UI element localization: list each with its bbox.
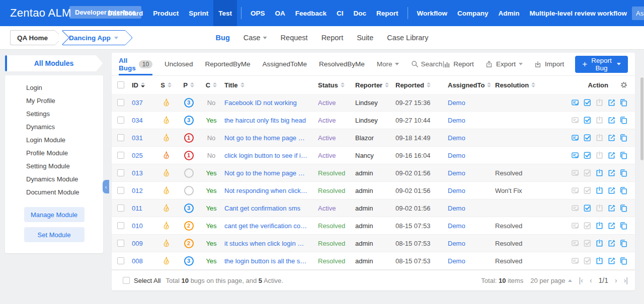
bug-id-link[interactable]: 012 (132, 187, 143, 194)
resolve-bug-icon[interactable] (583, 151, 592, 160)
bug-id-link[interactable]: 009 (132, 240, 143, 247)
close-bug-icon[interactable] (595, 186, 604, 195)
row-checkbox[interactable] (117, 187, 124, 194)
nav-item-workflow[interactable]: Workflow (412, 0, 453, 26)
prev-page-button[interactable]: ‹ (590, 276, 592, 284)
bug-id-link[interactable]: 037 (132, 99, 143, 107)
copy-bug-icon[interactable] (619, 151, 628, 160)
scrollbar[interactable] (640, 76, 644, 304)
nav-item-doc[interactable]: Doc (348, 0, 371, 26)
assignedto-link[interactable]: Demo (448, 187, 465, 194)
select-all-label[interactable]: Select All (134, 277, 160, 284)
resolve-bug-icon[interactable] (583, 134, 592, 142)
filter-tab-assignedtome[interactable]: AssignedToMe (262, 53, 307, 75)
bug-id-link[interactable]: 008 (132, 257, 143, 265)
nav-item-product[interactable]: Product (148, 0, 184, 26)
row-checkbox[interactable] (117, 205, 124, 212)
copy-bug-icon[interactable] (619, 186, 628, 195)
nav-item-ci[interactable]: CI (332, 0, 349, 26)
resolve-bug-icon[interactable] (583, 204, 592, 213)
assignedto-link[interactable]: Demo (448, 257, 465, 265)
copy-bug-icon[interactable] (619, 204, 628, 213)
edit-bug-icon[interactable] (607, 151, 616, 160)
bug-title-link[interactable]: Not responding when click… (224, 187, 307, 194)
sidebar-item-my-profile[interactable]: My Profile (5, 94, 103, 108)
sidebar-item-dynamics-module[interactable]: Dynamics Module (5, 173, 103, 186)
assignedto-link[interactable]: Demo (448, 117, 465, 124)
nav-item-multiple-level-review-workflow[interactable]: Multiple-level review workflow (525, 0, 632, 26)
subnav-tab-case-library[interactable]: Case Library (387, 34, 428, 42)
edit-bug-icon[interactable] (607, 116, 616, 125)
close-bug-icon[interactable] (595, 257, 604, 265)
bug-id-link[interactable]: 013 (132, 169, 143, 177)
sidebar-item-document-module[interactable]: Document Module (5, 186, 103, 199)
bug-title-link[interactable]: it stucks when click login … (224, 240, 304, 247)
copy-bug-icon[interactable] (619, 169, 628, 177)
assignedto-link[interactable]: Demo (448, 134, 465, 142)
select-all-checkbox[interactable] (123, 277, 130, 284)
subnav-tab-bug[interactable]: Bug (216, 34, 230, 42)
column-header-reporter[interactable]: Reporter (353, 81, 393, 89)
assignedto-link[interactable]: Demo (448, 99, 465, 107)
bug-title-link[interactable]: cant get the verification co… (224, 222, 307, 230)
sidebar-item-setting-module[interactable]: Setting Module (5, 160, 103, 173)
per-page-selector[interactable]: 20 per page (530, 277, 572, 284)
copy-bug-icon[interactable] (619, 257, 628, 265)
nav-item-feedback[interactable]: Feedback (290, 0, 332, 26)
set-module-button[interactable]: Set Module (24, 227, 85, 242)
select-all-checkbox-header[interactable] (117, 81, 124, 88)
subnav-tab-request[interactable]: Request (281, 34, 308, 42)
edit-bug-icon[interactable] (607, 169, 616, 177)
assignedto-link[interactable]: Demo (448, 169, 465, 177)
filter-tab-reportedbyme[interactable]: ReportedByMe (205, 53, 250, 75)
copy-bug-icon[interactable] (619, 222, 628, 230)
confirm-bug-icon[interactable] (571, 98, 580, 107)
bug-id-link[interactable]: 034 (132, 117, 143, 124)
confirm-bug-icon[interactable] (571, 151, 580, 160)
nav-item-test[interactable]: Test (213, 0, 237, 26)
sidebar-item-settings[interactable]: Settings (5, 108, 103, 121)
copy-bug-icon[interactable] (619, 116, 628, 125)
assignedto-link[interactable]: Demo (448, 240, 465, 247)
column-header-resolution[interactable]: Resolution (493, 81, 539, 89)
close-bug-icon[interactable] (595, 239, 604, 248)
copy-bug-icon[interactable] (619, 239, 628, 248)
nav-item-admin[interactable]: Admin (494, 0, 525, 26)
resolve-bug-icon[interactable] (583, 98, 592, 107)
subnav-tab-report[interactable]: Report (321, 34, 344, 42)
close-bug-icon[interactable] (595, 222, 604, 230)
gear-icon[interactable] (620, 81, 628, 89)
confirm-bug-icon[interactable] (571, 134, 580, 142)
sidebar-collapse-handle[interactable]: ‹ (103, 180, 109, 193)
column-header-status[interactable]: Status (316, 81, 353, 89)
edit-bug-icon[interactable] (607, 134, 616, 142)
bug-id-link[interactable]: 011 (132, 205, 142, 212)
edit-bug-icon[interactable] (607, 98, 616, 107)
bug-id-link[interactable]: 025 (132, 152, 143, 159)
scrollbar-thumb[interactable] (640, 77, 643, 160)
subnav-tab-suite[interactable]: Suite (357, 34, 373, 42)
nav-item-report[interactable]: Report (371, 0, 404, 26)
row-checkbox[interactable] (117, 152, 124, 159)
edit-bug-icon[interactable] (607, 239, 616, 248)
close-bug-icon[interactable] (595, 169, 604, 177)
bug-title-link[interactable]: the haircut only fits big head (224, 117, 306, 124)
first-page-button[interactable]: |‹ (579, 276, 583, 284)
report-button[interactable]: Report (442, 60, 474, 68)
filter-tab-unclosed[interactable]: Unclosed (165, 53, 193, 75)
column-header-id[interactable]: ID (130, 81, 155, 89)
filter-tab-all-bugs[interactable]: All Bugs10 (119, 53, 152, 75)
app-logo[interactable]: Zentao ALM (0, 0, 76, 26)
nav-item-sprint[interactable]: Sprint (184, 0, 213, 26)
all-modules-header[interactable]: All Modules (5, 55, 103, 71)
row-checkbox[interactable] (117, 240, 124, 247)
column-header-severity[interactable]: S (155, 81, 177, 89)
edit-bug-icon[interactable] (607, 204, 616, 213)
row-checkbox[interactable] (117, 134, 124, 141)
bug-title-link[interactable]: click login button to see if i… (224, 152, 307, 159)
row-checkbox[interactable] (117, 257, 124, 264)
bug-id-link[interactable]: 010 (132, 222, 143, 230)
global-search-input[interactable] (632, 7, 644, 20)
column-header-priority[interactable]: P (177, 81, 200, 89)
bug-title-link[interactable]: Cant get confirmation sms (224, 205, 300, 212)
